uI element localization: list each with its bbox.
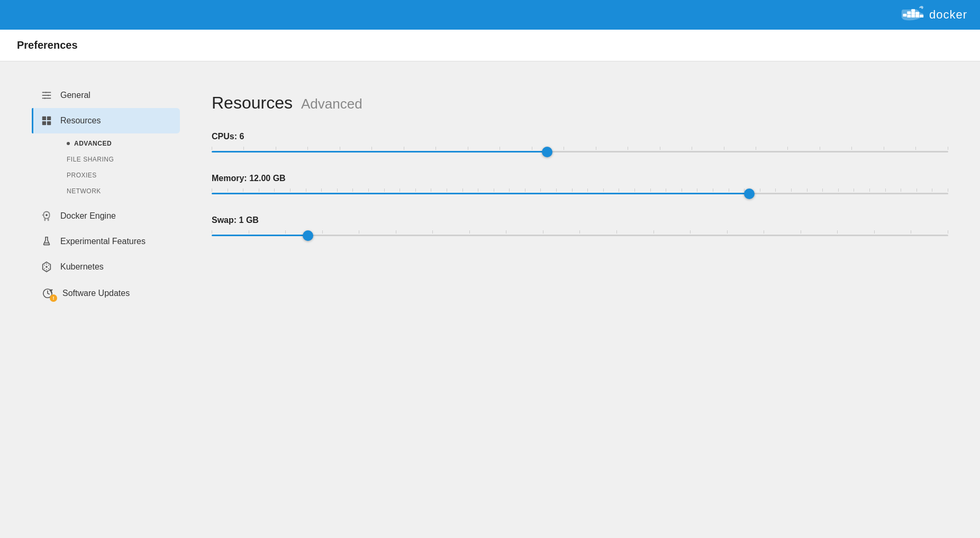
kubernetes-icon bbox=[40, 261, 53, 273]
page-title: Preferences bbox=[17, 39, 78, 51]
sidebar-subitem-advanced[interactable]: ADVANCED bbox=[60, 136, 180, 151]
cpu-slider-section: CPUs: 6 bbox=[212, 132, 948, 153]
svg-line-33 bbox=[44, 265, 44, 265]
memory-label: Memory: 12.00 GB bbox=[212, 174, 948, 183]
memory-value: 12.00 GB bbox=[249, 174, 285, 183]
page-header: Preferences bbox=[0, 30, 980, 61]
swap-label-prefix: Swap: bbox=[212, 216, 237, 225]
svg-line-32 bbox=[48, 268, 49, 269]
swap-value: 1 GB bbox=[239, 216, 259, 225]
sidebar-subitem-advanced-label: ADVANCED bbox=[74, 140, 112, 147]
sidebar-subitem-file-sharing-label: FILE SHARING bbox=[67, 156, 114, 163]
memory-slider-section: Memory: 12.00 GB bbox=[212, 174, 948, 194]
svg-line-31 bbox=[44, 268, 44, 269]
panel-subtitle: Advanced bbox=[301, 96, 362, 112]
sidebar-item-software-updates[interactable]: ! Software Updates bbox=[32, 280, 180, 307]
sidebar: General Resources ADVANCED FILE SHARING bbox=[32, 83, 180, 519]
sidebar-item-general[interactable]: General bbox=[32, 83, 180, 108]
panel-header: Resources Advanced bbox=[212, 93, 948, 113]
svg-line-30 bbox=[48, 265, 49, 265]
swap-slider-section: Swap: 1 GB bbox=[212, 216, 948, 236]
sidebar-subitem-network[interactable]: NETWORK bbox=[60, 183, 180, 199]
svg-point-22 bbox=[46, 214, 48, 216]
sidebar-item-kubernetes-label: Kubernetes bbox=[60, 262, 104, 272]
sidebar-item-kubernetes[interactable]: Kubernetes bbox=[32, 254, 180, 280]
docker-logo: docker bbox=[901, 5, 967, 24]
engine-icon bbox=[40, 210, 53, 222]
settings-icon bbox=[40, 89, 53, 102]
swap-slider[interactable] bbox=[212, 235, 948, 236]
svg-point-11 bbox=[45, 92, 47, 93]
cpu-slider[interactable] bbox=[212, 151, 948, 153]
main-content: General Resources ADVANCED FILE SHARING bbox=[0, 61, 980, 538]
right-panel: Resources Advanced CPUs: 6 bbox=[212, 83, 948, 519]
topbar: docker bbox=[0, 0, 980, 30]
svg-rect-24 bbox=[44, 219, 46, 221]
sidebar-subitems: ADVANCED FILE SHARING PROXIES NETWORK bbox=[60, 136, 180, 199]
sidebar-item-experimental[interactable]: Experimental Features bbox=[32, 229, 180, 254]
svg-point-17 bbox=[44, 97, 46, 99]
cpu-label: CPUs: 6 bbox=[212, 132, 948, 141]
svg-rect-23 bbox=[48, 219, 49, 221]
sidebar-subitem-proxies-label: PROXIES bbox=[67, 172, 97, 179]
sidebar-subitem-file-sharing[interactable]: FILE SHARING bbox=[60, 151, 180, 167]
svg-rect-21 bbox=[47, 121, 51, 125]
svg-rect-20 bbox=[42, 121, 46, 125]
swap-label: Swap: 1 GB bbox=[212, 216, 948, 225]
update-icon-wrapper: ! bbox=[40, 286, 55, 301]
svg-point-14 bbox=[48, 95, 49, 96]
sidebar-subitem-proxies[interactable]: PROXIES bbox=[60, 167, 180, 183]
update-badge: ! bbox=[50, 294, 57, 302]
svg-rect-19 bbox=[47, 116, 51, 120]
sidebar-subitem-network-label: NETWORK bbox=[67, 187, 101, 195]
sidebar-item-docker-engine[interactable]: Docker Engine bbox=[32, 203, 180, 229]
svg-point-27 bbox=[46, 266, 48, 268]
subitem-dot bbox=[67, 142, 70, 145]
sidebar-item-resources[interactable]: Resources bbox=[32, 108, 180, 133]
sidebar-item-general-label: General bbox=[60, 91, 90, 100]
sidebar-item-experimental-label: Experimental Features bbox=[60, 237, 146, 246]
resources-icon bbox=[40, 114, 53, 127]
cpu-value: 6 bbox=[239, 132, 244, 141]
docker-logo-text: docker bbox=[929, 8, 967, 22]
sidebar-item-docker-engine-label: Docker Engine bbox=[60, 211, 116, 221]
memory-slider[interactable] bbox=[212, 193, 948, 194]
sidebar-item-software-updates-label: Software Updates bbox=[62, 289, 130, 298]
cpu-label-prefix: CPUs: bbox=[212, 132, 237, 141]
svg-rect-18 bbox=[42, 116, 46, 120]
docker-whale-icon bbox=[901, 5, 924, 24]
panel-title: Resources bbox=[212, 93, 293, 113]
memory-label-prefix: Memory: bbox=[212, 174, 247, 183]
flask-icon bbox=[40, 235, 53, 248]
sidebar-item-resources-label: Resources bbox=[60, 116, 101, 125]
